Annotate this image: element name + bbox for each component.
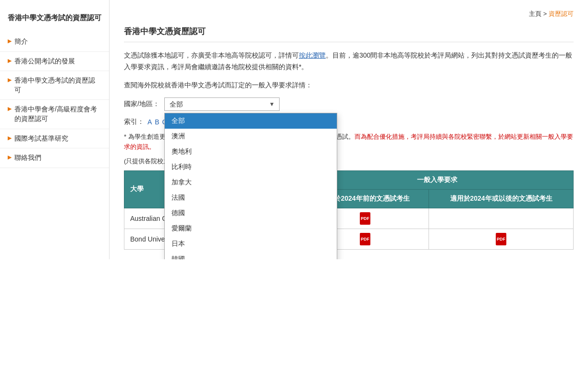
- filter-row: 國家/地區： 全部澳洲奧地利比利時加拿大法國德國愛爾蘭日本韓國澳門特別行政區馬來…: [124, 97, 574, 111]
- arrow-icon: ▶: [8, 135, 12, 141]
- sidebar-item-label: 國際考試基準研究: [14, 134, 68, 144]
- requirement-post2024[interactable]: PDF: [429, 229, 574, 249]
- main-content: 主頁 > 資歷認可 香港中學文憑資歷認可 文憑試除獲本地認可，亦廣受非本地高等院…: [110, 0, 588, 259]
- index-separator: [152, 118, 154, 126]
- index-link-a[interactable]: A: [147, 118, 152, 126]
- sidebar-item-label: 簡介: [14, 37, 28, 47]
- index-label: 索引：: [124, 118, 144, 126]
- arrow-icon: ▶: [8, 38, 12, 44]
- dropdown-item-france[interactable]: 法國: [165, 190, 337, 206]
- country-dropdown[interactable]: 全部澳洲奧地利比利時加拿大法國德國愛爾蘭日本韓國澳門特別行政區馬來西亞新西蘭新加…: [164, 113, 337, 259]
- sidebar-item-label: 聯絡我們: [14, 153, 41, 163]
- dropdown-item-japan[interactable]: 日本: [165, 236, 337, 252]
- sidebar-item-label: 香港公開考試的發展: [14, 57, 75, 66]
- sidebar-item-label: 香港中學會考/高級程度會考的資歷認可: [14, 105, 101, 123]
- dropdown-item-germany[interactable]: 德國: [165, 206, 337, 221]
- dropdown-item-canada[interactable]: 加拿大: [165, 175, 337, 190]
- sidebar-title: 香港中學文憑考試的資歷認可: [0, 8, 109, 32]
- arrow-icon: ▶: [8, 154, 12, 160]
- col-post2024: 適用於2024年或以後的文憑試考生: [429, 189, 574, 208]
- sidebar-item-intro[interactable]: ▶ 簡介: [0, 32, 109, 52]
- arrow-icon: ▶: [8, 77, 12, 83]
- filter-select-wrapper: 全部澳洲奧地利比利時加拿大法國德國愛爾蘭日本韓國澳門特別行政區馬來西亞新西蘭新加…: [164, 97, 280, 111]
- sidebar-item-hkexam-development[interactable]: ▶ 香港公開考試的發展: [0, 52, 109, 72]
- col-requirements: 一般入學要求: [301, 170, 573, 189]
- dropdown-item-korea[interactable]: 韓國: [165, 252, 337, 259]
- sidebar: 香港中學文憑考試的資歷認可 ▶ 簡介 ▶ 香港公開考試的發展 ▶ 香港中學文憑考…: [0, 0, 110, 259]
- index-link-b[interactable]: B: [155, 118, 159, 126]
- pdf-icon[interactable]: PDF: [360, 233, 370, 245]
- dropdown-item-all[interactable]: 全部: [165, 113, 337, 129]
- sidebar-item-intl-benchmarking[interactable]: ▶ 國際考試基準研究: [0, 129, 109, 149]
- index-separator: [160, 118, 162, 126]
- content-para1: 文憑試除獲本地認可，亦廣受非本地高等院校認可，詳情可按此瀏覽。目前，逾300間非…: [124, 50, 574, 73]
- pdf-icon[interactable]: PDF: [496, 233, 506, 245]
- requirement-post2024[interactable]: [429, 208, 574, 229]
- dropdown-item-austria[interactable]: 奧地利: [165, 144, 337, 159]
- dropdown-item-ireland[interactable]: 愛爾蘭: [165, 221, 337, 236]
- country-filter-select[interactable]: 全部澳洲奧地利比利時加拿大法國德國愛爾蘭日本韓國澳門特別行政區馬來西亞新西蘭新加…: [164, 97, 280, 111]
- breadcrumb-separator: >: [541, 10, 549, 17]
- dropdown-item-belgium[interactable]: 比利時: [165, 159, 337, 175]
- sidebar-item-contact[interactable]: ▶ 聯絡我們: [0, 148, 109, 168]
- browse-link[interactable]: 按此瀏覽: [299, 51, 326, 59]
- arrow-icon: ▶: [8, 58, 12, 64]
- page-title: 香港中學文憑資歷認可: [124, 26, 574, 42]
- pdf-icon[interactable]: PDF: [360, 212, 370, 225]
- sidebar-item-hkdse-recognition[interactable]: ▶ 香港中學文憑考試的資歷認可: [0, 71, 109, 100]
- content-para2: 查閱海外院校就香港中學文憑考試而訂定的一般入學要求詳情：: [124, 80, 574, 91]
- breadcrumb-current[interactable]: 資歷認可: [549, 10, 574, 17]
- breadcrumb: 主頁 > 資歷認可: [124, 10, 574, 18]
- arrow-icon: ▶: [8, 106, 12, 112]
- filter-label: 國家/地區：: [124, 100, 159, 109]
- sidebar-item-advanced-level[interactable]: ▶ 香港中學會考/高級程度會考的資歷認可: [0, 100, 109, 129]
- sidebar-item-label: 香港中學文憑考試的資歷認可: [14, 76, 101, 95]
- breadcrumb-home[interactable]: 主頁: [529, 10, 541, 17]
- dropdown-item-australia[interactable]: 澳洲: [165, 129, 337, 144]
